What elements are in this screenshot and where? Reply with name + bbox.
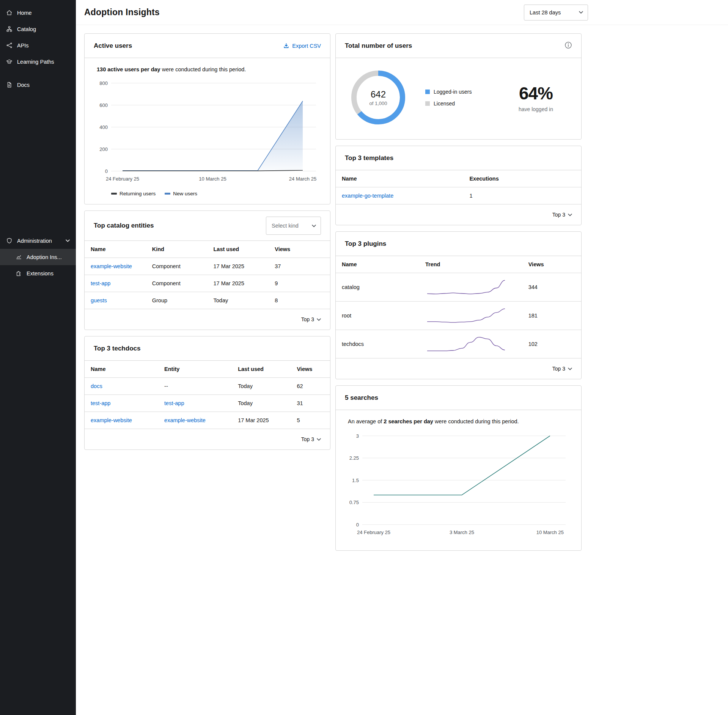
- card-body: 130 active users per day were conducted …: [85, 58, 330, 204]
- card-title: Top catalog entities: [94, 222, 154, 229]
- legend-swatch-logged-in: [425, 90, 430, 94]
- top-techdocs-card: Top 3 techdocs Name Entity Last used Vie…: [84, 336, 330, 450]
- sidebar-item-learning-paths[interactable]: Learning Paths: [0, 53, 76, 70]
- svg-text:2.25: 2.25: [349, 455, 359, 461]
- legend-item: Returning users: [111, 191, 156, 196]
- sidebar-nav: Home Catalog APIs Learning Paths Docs Ad…: [0, 5, 76, 281]
- column-header: Executions: [463, 170, 581, 187]
- column-header: Name: [336, 256, 419, 273]
- table-row: guests Group Today 8: [85, 292, 330, 309]
- page-title: Adoption Insights: [84, 7, 160, 17]
- active-users-legend: Returning users New users: [111, 191, 321, 196]
- techdoc-link[interactable]: test-app: [91, 400, 110, 406]
- sidebar-item-label: Learning Paths: [17, 59, 54, 65]
- column-header: Views: [291, 361, 330, 378]
- table-row: test-app Component 17 Mar 2025 9: [85, 275, 330, 292]
- active-users-chart: 020040060080024 February 2510 March 2524…: [94, 77, 321, 189]
- rows-limit-select[interactable]: Top 3: [85, 309, 330, 330]
- export-csv-button[interactable]: Export CSV: [283, 43, 321, 49]
- rows-limit-select[interactable]: Top 3: [336, 204, 581, 225]
- template-link[interactable]: example-go-template: [342, 193, 393, 199]
- legend-swatch-new-users: [165, 193, 170, 195]
- sidebar-item-adoption-insights[interactable]: Adoption Ins...: [0, 249, 76, 265]
- info-icon[interactable]: [564, 41, 572, 50]
- sidebar-item-extensions[interactable]: Extensions: [0, 265, 76, 281]
- export-csv-label: Export CSV: [292, 43, 321, 49]
- top-catalog-entities-card: Top catalog entities Select kind Name Ki…: [84, 211, 330, 330]
- table-header-row: Name Trend Views: [336, 256, 581, 273]
- chevron-down-icon: [317, 437, 321, 442]
- svg-text:400: 400: [99, 124, 108, 130]
- entity-link[interactable]: test-app: [164, 400, 184, 406]
- sidebar-item-home[interactable]: Home: [0, 5, 76, 21]
- main-content: Adoption Insights Last 28 days Active us…: [76, 0, 728, 715]
- sidebar-item-catalog[interactable]: Catalog: [0, 21, 76, 37]
- svg-text:0.75: 0.75: [349, 500, 359, 505]
- card-header: Active users Export CSV: [85, 34, 330, 58]
- svg-text:24 February 25: 24 February 25: [357, 530, 390, 535]
- sidebar-item-apis[interactable]: APIs: [0, 37, 76, 53]
- select-kind-placeholder: Select kind: [272, 223, 299, 229]
- active-users-card: Active users Export CSV 130 active users…: [84, 33, 330, 204]
- card-header: Top 3 templates: [336, 146, 581, 170]
- entity-link[interactable]: test-app: [91, 280, 110, 286]
- techdoc-link[interactable]: example-website: [91, 417, 132, 423]
- sidebar-admin-group: Administration Adoption Ins... Extension…: [0, 233, 76, 281]
- sidebar-item-label: Extensions: [27, 270, 53, 277]
- column-header: Views: [269, 241, 330, 258]
- puzzle-piece-icon: [16, 270, 22, 277]
- catalog-icon: [6, 26, 13, 32]
- download-icon: [283, 43, 289, 49]
- column-header: Name: [336, 170, 463, 187]
- insights-icon: [16, 254, 22, 260]
- column-header: Last used: [232, 361, 291, 378]
- legend-item: Logged-in users: [425, 89, 472, 95]
- techdoc-link[interactable]: docs: [91, 383, 102, 389]
- table-row: example-go-template 1: [336, 187, 581, 204]
- card-title: 5 searches: [345, 394, 378, 402]
- trend-sparkline: [425, 307, 507, 324]
- card-title: Top 3 techdocs: [94, 345, 140, 352]
- card-title: Active users: [94, 42, 132, 50]
- select-kind-dropdown[interactable]: Select kind: [266, 217, 321, 235]
- svg-text:600: 600: [99, 102, 108, 108]
- table-row: techdocs 102: [336, 330, 581, 358]
- svg-text:3 March 25: 3 March 25: [450, 530, 474, 535]
- donut-chart: 642 of 1,000: [349, 68, 408, 127]
- top-templates-card: Top 3 templates Name Executions example-…: [335, 146, 582, 225]
- card-header: Top 3 plugins: [336, 232, 581, 256]
- card-header: Top 3 techdocs: [85, 336, 330, 361]
- svg-text:800: 800: [99, 80, 108, 86]
- entity-link[interactable]: guests: [91, 297, 107, 303]
- svg-text:10 March 25: 10 March 25: [199, 176, 226, 182]
- sidebar-item-label: Administration: [17, 238, 52, 244]
- card-title: Top 3 templates: [345, 154, 393, 162]
- rows-limit-select[interactable]: Top 3: [85, 429, 330, 449]
- dashboard-grid: Active users Export CSV 130 active users…: [76, 25, 728, 574]
- donut-center-label: 642 of 1,000: [349, 68, 408, 127]
- column-header: Kind: [146, 241, 208, 258]
- chevron-down-icon: [568, 213, 572, 217]
- table-row: test-app test-app Today 31: [85, 395, 330, 412]
- date-range-select[interactable]: Last 28 days: [524, 5, 588, 20]
- trend-sparkline: [425, 278, 507, 296]
- chevron-down-icon: [66, 239, 70, 243]
- entity-link[interactable]: example-website: [164, 417, 206, 423]
- table-row: catalog 344: [336, 273, 581, 302]
- chevron-down-icon: [568, 367, 572, 371]
- techdocs-table: Name Entity Last used Views docs -- Toda…: [85, 361, 330, 429]
- card-header: 5 searches: [336, 386, 581, 410]
- sidebar-item-administration[interactable]: Administration: [0, 233, 76, 249]
- entity-link[interactable]: example-website: [91, 263, 132, 269]
- column-header: Entity: [158, 361, 232, 378]
- table-row: docs -- Today 62: [85, 378, 330, 395]
- svg-text:1.5: 1.5: [352, 478, 359, 483]
- svg-text:10 March 25: 10 March 25: [536, 530, 564, 535]
- table-header-row: Name Executions: [336, 170, 581, 187]
- shield-icon: [6, 237, 13, 244]
- sidebar-item-label: Adoption Ins...: [27, 254, 62, 260]
- card-body: 642 of 1,000 Logged-in users Licensed: [336, 58, 581, 139]
- sidebar-item-docs[interactable]: Docs: [0, 77, 76, 93]
- date-range-value: Last 28 days: [530, 9, 561, 16]
- rows-limit-select[interactable]: Top 3: [336, 358, 581, 379]
